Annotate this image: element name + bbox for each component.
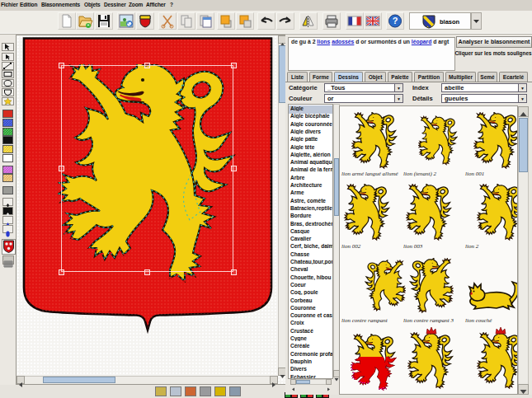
svg-text:?: ? bbox=[393, 16, 398, 26]
